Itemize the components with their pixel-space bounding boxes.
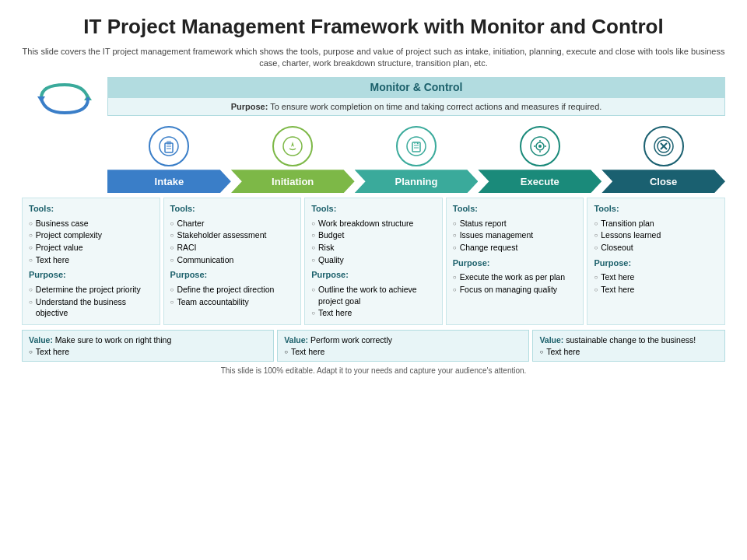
value-1-list: ○Text here: [29, 347, 267, 356]
close-purpose-label: Purpose:: [594, 257, 718, 269]
list-item: Budget: [311, 229, 436, 241]
planning-arrow: Planning: [355, 170, 479, 193]
list-item: Focus on managing quality: [453, 284, 577, 296]
phase-planning: Planning: [355, 126, 479, 193]
close-arrow: Close: [601, 170, 725, 193]
initiation-purpose-label: Purpose:: [170, 269, 295, 281]
planning-icon: [396, 126, 437, 166]
initiation-tools-list: Charter Stakeholder assessment RACI Comm…: [170, 218, 295, 266]
list-item: Understand the business objective: [29, 296, 153, 319]
list-item: Project value: [29, 242, 153, 254]
planning-tools-label: Tools:: [311, 203, 436, 215]
execute-arrow: Execute: [478, 170, 601, 193]
planning-purpose-label: Purpose:: [311, 269, 436, 281]
value-1-text: Value: Make sure to work on right thing: [29, 335, 267, 345]
list-item: Define the project direction: [170, 284, 295, 296]
svg-rect-4: [167, 141, 171, 145]
list-item: Quality: [311, 254, 436, 266]
list-item: Text here: [594, 271, 718, 283]
planning-card: Tools: Work breakdown structure Budget R…: [304, 198, 443, 325]
list-item: Risk: [311, 242, 436, 254]
intake-tools-label: Tools:: [29, 203, 153, 215]
list-item: Issues management: [453, 229, 577, 241]
value-3-text: Value: sustainable change to the busines…: [539, 335, 718, 345]
value-3-list: ○Text here: [539, 347, 718, 356]
cards-row: Tools: Business case Project complexity …: [22, 198, 725, 325]
monitor-title: Monitor & Control: [107, 77, 725, 97]
page: IT Project Management Framework with Mon…: [0, 0, 747, 560]
initiation-icon: [272, 126, 313, 166]
intake-arrow: Intake: [107, 170, 231, 193]
list-item: Communication: [170, 254, 295, 266]
close-icon: [644, 126, 684, 166]
monitor-box: Monitor & Control Purpose: To ensure wor…: [107, 77, 725, 120]
list-item: Status report: [453, 218, 577, 229]
execute-tools-label: Tools:: [453, 203, 577, 215]
phase-close: Close: [601, 126, 725, 193]
list-item: Team accountability: [170, 296, 295, 308]
monitor-purpose-text: To ensure work completion on time and ta…: [270, 102, 601, 111]
intake-tools-list: Business case Project complexity Project…: [29, 218, 153, 266]
svg-rect-9: [412, 142, 420, 152]
intake-card: Tools: Business case Project complexity …: [22, 198, 160, 325]
list-item: Determine the project priority: [29, 284, 153, 296]
phase-initiation: Initiation: [231, 126, 355, 193]
list-item: Stakeholder assessment: [170, 229, 295, 241]
monitor-purpose-label: Purpose:: [231, 102, 268, 111]
footer-note: This slide is 100% editable. Adapt it to…: [22, 366, 725, 375]
svg-point-15: [538, 145, 542, 148]
close-purpose-list: Text here Text here: [594, 271, 718, 295]
execute-tools-list: Status report Issues management Change r…: [453, 218, 577, 254]
initiation-purpose-list: Define the project direction Team accoun…: [170, 284, 295, 307]
phases-row: Intake Initiation Planning: [22, 126, 725, 193]
initiation-card: Tools: Charter Stakeholder assessment RA…: [163, 198, 302, 325]
list-item: RACI: [170, 242, 295, 254]
value-card-3: Value: sustainable change to the busines…: [532, 330, 725, 362]
list-item: Transition plan: [594, 218, 718, 229]
list-item: Business case: [29, 218, 153, 229]
list-item: Text here: [594, 284, 718, 296]
planning-tools-list: Work breakdown structure Budget Risk Qua…: [311, 218, 436, 266]
initiation-arrow: Initiation: [231, 170, 355, 193]
list-item: Text here: [311, 307, 436, 319]
list-item: Project complexity: [29, 229, 153, 241]
list-item: Closeout: [594, 242, 718, 254]
execute-card: Tools: Status report Issues management C…: [446, 198, 584, 325]
cycle-icon: [22, 77, 107, 120]
close-card: Tools: Transition plan Lessons learned C…: [587, 198, 725, 325]
page-title: IT Project Management Framework with Mon…: [22, 14, 725, 40]
execute-purpose-list: Execute the work as per plan Focus on ma…: [453, 271, 577, 295]
monitor-section: Monitor & Control Purpose: To ensure wor…: [22, 77, 725, 120]
list-item: ○Text here: [29, 347, 267, 356]
list-item: Work breakdown structure: [311, 218, 436, 229]
list-item: Change request: [453, 242, 577, 254]
planning-purpose-list: Outline the work to achieve project goal…: [311, 284, 436, 319]
list-item: Text here: [29, 254, 153, 266]
page-subtitle: This slide covers the IT project managem…: [22, 46, 725, 70]
value-card-1: Value: Make sure to work on right thing …: [22, 330, 274, 362]
monitor-purpose: Purpose: To ensure work completion on ti…: [107, 97, 725, 116]
value-row: Value: Make sure to work on right thing …: [22, 330, 725, 362]
svg-point-8: [407, 137, 426, 156]
svg-point-7: [283, 137, 302, 156]
close-tools-label: Tools:: [594, 203, 718, 215]
initiation-tools-label: Tools:: [170, 203, 295, 215]
close-tools-list: Transition plan Lessons learned Closeout: [594, 218, 718, 254]
value-2-list: ○Text here: [284, 347, 522, 356]
execute-icon: [520, 126, 560, 166]
phases-container: Intake Initiation Planning: [107, 126, 725, 193]
value-card-2: Value: Perform work correctly ○Text here: [277, 330, 529, 362]
intake-purpose-list: Determine the project priority Understan…: [29, 284, 153, 319]
value-2-text: Value: Perform work correctly: [284, 335, 522, 345]
list-item: Lessons learned: [594, 229, 718, 241]
phase-intake: Intake: [107, 126, 231, 193]
list-item: Charter: [170, 218, 295, 229]
phase-execute: Execute: [478, 126, 601, 193]
intake-purpose-label: Purpose:: [29, 269, 153, 281]
list-item: Outline the work to achieve project goal: [311, 284, 436, 306]
list-item: Execute the work as per plan: [453, 271, 577, 283]
list-item: ○Text here: [539, 347, 718, 356]
execute-purpose-label: Purpose:: [453, 257, 577, 269]
list-item: ○Text here: [284, 347, 522, 356]
intake-icon: [149, 126, 189, 166]
